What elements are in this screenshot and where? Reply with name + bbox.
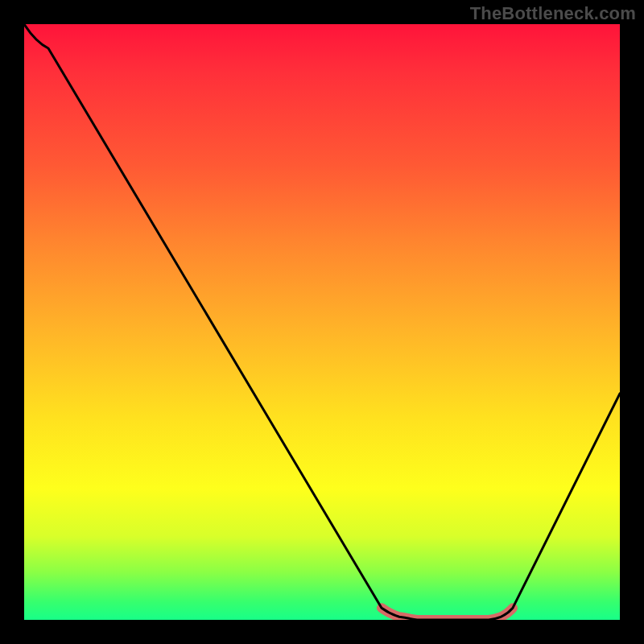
chart-frame: TheBottleneck.com (0, 0, 644, 644)
watermark-text: TheBottleneck.com (470, 3, 636, 24)
bottleneck-curve-line (24, 24, 620, 620)
plot-area (24, 24, 620, 620)
bottleneck-curve-svg (24, 24, 620, 620)
